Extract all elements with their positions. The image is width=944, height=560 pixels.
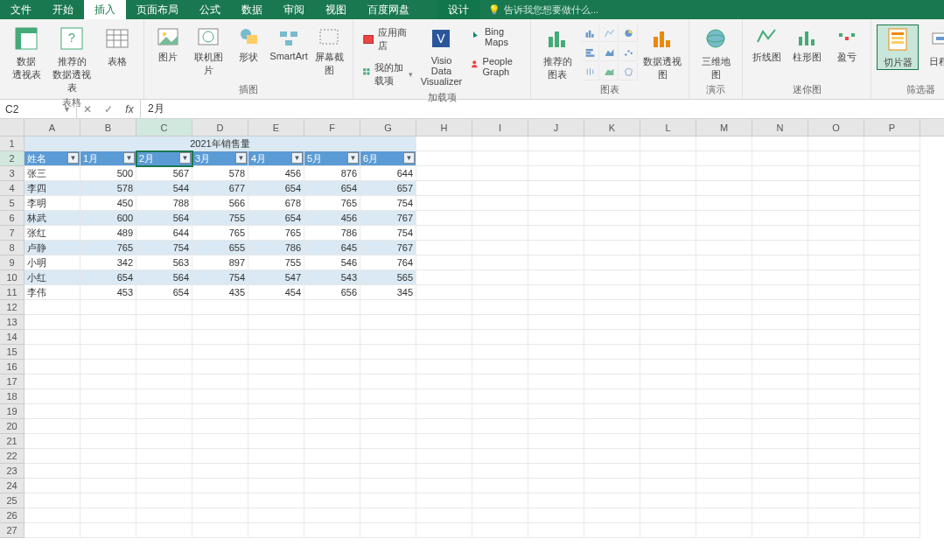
recommended-pivot-button[interactable]: ? 推荐的 数据透视表: [51, 24, 93, 94]
cell[interactable]: 788: [136, 196, 192, 211]
tab-file[interactable]: 文件: [0, 0, 42, 19]
row-header[interactable]: 9: [0, 256, 24, 270]
cell[interactable]: [584, 345, 640, 360]
cell[interactable]: [584, 270, 640, 285]
cell[interactable]: [304, 345, 360, 360]
cell[interactable]: [472, 151, 528, 166]
fx-button[interactable]: fx: [119, 103, 140, 116]
cell[interactable]: 754: [360, 196, 416, 211]
cell[interactable]: 小明: [24, 256, 80, 270]
cell[interactable]: [360, 419, 416, 434]
select-all-corner[interactable]: [0, 119, 24, 136]
smartart-button[interactable]: SmartArt: [270, 24, 307, 61]
cell[interactable]: [864, 136, 920, 151]
cancel-formula-button[interactable]: ✕: [77, 103, 98, 116]
cell[interactable]: [752, 196, 808, 211]
cell[interactable]: [696, 285, 752, 300]
cell[interactable]: [640, 285, 696, 300]
cell[interactable]: [640, 136, 696, 151]
cell[interactable]: [584, 404, 640, 419]
row-header[interactable]: 20: [0, 419, 24, 434]
cell[interactable]: [416, 241, 472, 256]
cell[interactable]: [640, 256, 696, 270]
cell[interactable]: [24, 345, 80, 360]
tab-baidu[interactable]: 百度网盘: [357, 0, 420, 19]
cell[interactable]: [528, 494, 584, 508]
cell[interactable]: [472, 389, 528, 404]
row-header[interactable]: 4: [0, 181, 24, 196]
cell[interactable]: [528, 508, 584, 523]
cell[interactable]: [248, 315, 304, 330]
cell[interactable]: [192, 508, 248, 523]
column-header[interactable]: P: [864, 119, 920, 136]
cell[interactable]: 765: [192, 226, 248, 241]
cell[interactable]: [752, 181, 808, 196]
row-header[interactable]: 11: [0, 285, 24, 300]
cell[interactable]: [192, 494, 248, 508]
pie-chart-button[interactable]: [620, 24, 638, 42]
cell[interactable]: [584, 300, 640, 315]
cell[interactable]: [752, 508, 808, 523]
timeline-button[interactable]: 日程表: [922, 24, 944, 68]
cell[interactable]: [416, 211, 472, 226]
cell[interactable]: [472, 464, 528, 479]
cell[interactable]: 897: [192, 256, 248, 270]
cell[interactable]: [472, 419, 528, 434]
row-header[interactable]: 10: [0, 270, 24, 285]
cell[interactable]: [640, 226, 696, 241]
cell[interactable]: [80, 494, 136, 508]
cell[interactable]: [416, 508, 472, 523]
cell[interactable]: [640, 151, 696, 166]
cell[interactable]: [752, 494, 808, 508]
cell[interactable]: [528, 523, 584, 538]
cell[interactable]: [472, 166, 528, 181]
cell[interactable]: [472, 256, 528, 270]
cell[interactable]: [864, 181, 920, 196]
online-picture-button[interactable]: 联机图片: [190, 24, 227, 77]
row-header[interactable]: 6: [0, 211, 24, 226]
cell[interactable]: [808, 151, 864, 166]
cell[interactable]: [24, 315, 80, 330]
cell[interactable]: [472, 374, 528, 389]
cell[interactable]: [808, 360, 864, 374]
cell[interactable]: [528, 449, 584, 464]
cell[interactable]: [808, 226, 864, 241]
cell[interactable]: [136, 389, 192, 404]
cell[interactable]: [304, 464, 360, 479]
cell[interactable]: [472, 270, 528, 285]
cell[interactable]: [808, 211, 864, 226]
cell[interactable]: 644: [360, 166, 416, 181]
cell[interactable]: [752, 360, 808, 374]
cell[interactable]: 456: [248, 166, 304, 181]
cell[interactable]: [864, 389, 920, 404]
cell[interactable]: [584, 166, 640, 181]
cell[interactable]: [528, 196, 584, 211]
cell[interactable]: [808, 449, 864, 464]
tab-view[interactable]: 视图: [315, 0, 357, 19]
cell[interactable]: [136, 419, 192, 434]
cell[interactable]: [192, 434, 248, 449]
cell[interactable]: [528, 285, 584, 300]
cell[interactable]: [472, 449, 528, 464]
cell[interactable]: [416, 330, 472, 345]
cell[interactable]: [808, 285, 864, 300]
cell[interactable]: [864, 494, 920, 508]
cell[interactable]: 563: [136, 256, 192, 270]
cell[interactable]: [696, 151, 752, 166]
cell[interactable]: [696, 479, 752, 494]
cell[interactable]: 644: [136, 226, 192, 241]
cell[interactable]: [416, 315, 472, 330]
cell[interactable]: [360, 345, 416, 360]
cell[interactable]: [416, 494, 472, 508]
cell[interactable]: [808, 270, 864, 285]
cell[interactable]: [472, 300, 528, 315]
cell[interactable]: [360, 464, 416, 479]
cell[interactable]: [24, 300, 80, 315]
cell[interactable]: [192, 479, 248, 494]
column-header[interactable]: M: [696, 119, 752, 136]
cell[interactable]: [808, 300, 864, 315]
cell[interactable]: [24, 494, 80, 508]
row-header[interactable]: 24: [0, 479, 24, 494]
cell[interactable]: [696, 360, 752, 374]
cell[interactable]: [584, 374, 640, 389]
